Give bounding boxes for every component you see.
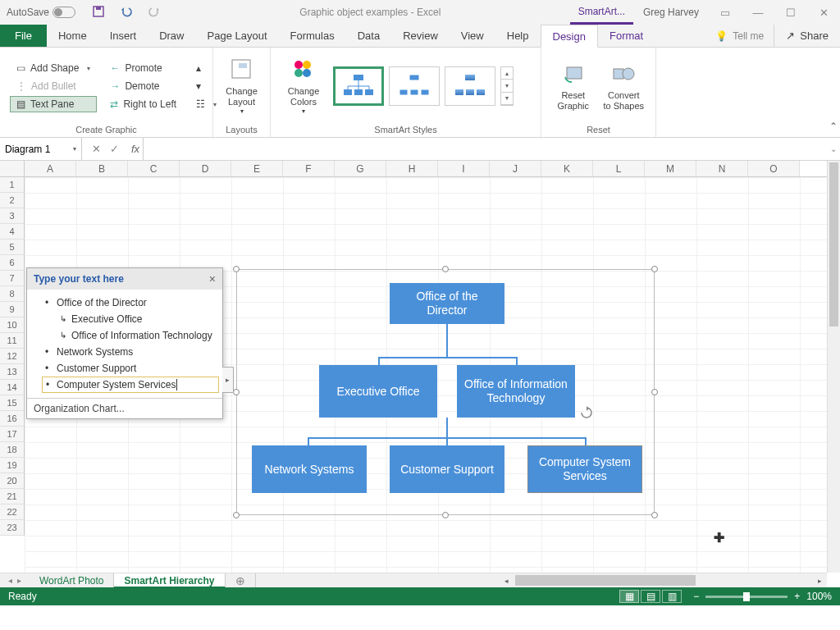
resize-handle[interactable] [233, 266, 240, 272]
column-header[interactable]: H [386, 161, 438, 176]
row-header[interactable]: 15 [0, 395, 25, 411]
row-header[interactable]: 19 [0, 458, 25, 473]
tab-help[interactable]: Help [495, 25, 541, 47]
resize-handle[interactable] [442, 512, 449, 518]
row-header[interactable]: 12 [0, 349, 25, 364]
tab-data[interactable]: Data [346, 25, 391, 47]
add-shape-button[interactable]: ▭Add Shape▾ [10, 60, 97, 76]
column-header[interactable]: G [335, 161, 386, 176]
close-icon[interactable]: ✕ [807, 7, 840, 19]
tab-format[interactable]: Format [598, 25, 655, 47]
scroll-left-icon[interactable]: ◂ [499, 573, 514, 587]
change-colors-button[interactable]: Change Colors▾ [277, 57, 330, 116]
autosave-switch-off[interactable] [52, 7, 75, 18]
row-header[interactable]: 8 [0, 286, 25, 302]
view-page-layout-icon[interactable]: ▤ [641, 590, 660, 603]
row-header[interactable]: 10 [0, 317, 25, 333]
user-name[interactable]: Greg Harvey [633, 7, 709, 18]
right-to-left-button[interactable]: ⇄Right to Left [103, 96, 183, 112]
row-header[interactable]: 1 [0, 177, 25, 193]
column-header[interactable]: K [541, 161, 593, 176]
zoom-out-button[interactable]: − [693, 591, 699, 602]
style-thumb-2[interactable] [389, 66, 440, 106]
scrollbar-thumb[interactable] [515, 575, 696, 586]
resize-handle[interactable] [651, 266, 658, 272]
sheet-nav[interactable]: ◂▸ [0, 576, 30, 585]
column-header[interactable]: D [180, 161, 231, 176]
contextual-tab-label[interactable]: SmartArt... [570, 0, 633, 25]
collapse-ribbon-icon[interactable]: ⌃ [827, 48, 840, 137]
text-pane-item[interactable]: Executive Office [57, 311, 219, 327]
node-cust[interactable]: Customer Support [390, 445, 504, 493]
redo-icon[interactable] [148, 5, 161, 21]
formula-input[interactable] [143, 138, 827, 160]
smartart-frame[interactable]: Office of the Director Executive Office … [236, 269, 655, 515]
node-net[interactable]: Network Systems [252, 445, 367, 493]
row-header[interactable]: 2 [0, 193, 25, 208]
view-normal-icon[interactable]: ▦ [619, 590, 639, 603]
column-header[interactable]: O [748, 161, 800, 176]
chevron-down-icon[interactable]: ▾ [87, 65, 90, 72]
row-header[interactable]: 18 [0, 442, 25, 458]
style-thumb-3[interactable] [445, 66, 495, 106]
expand-formula-bar-icon[interactable]: ⌄ [827, 138, 840, 160]
text-pane-item[interactable]: Office of Information Technology [57, 327, 219, 344]
row-header[interactable]: 4 [0, 224, 25, 240]
row-header[interactable]: 17 [0, 427, 25, 442]
text-pane-item[interactable]: Computer System Services [42, 377, 219, 393]
zoom-slider[interactable] [705, 596, 788, 598]
enter-formula-icon[interactable]: ✓ [105, 143, 123, 155]
row-header[interactable]: 21 [0, 489, 25, 504]
node-css-selected[interactable]: Computer System Services [527, 445, 642, 493]
column-header[interactable]: F [283, 161, 335, 176]
name-box[interactable]: Diagram 1▾ [0, 138, 82, 160]
tab-file[interactable]: File [0, 25, 47, 47]
scroll-up-icon[interactable]: ▴ [501, 67, 513, 80]
column-header[interactable]: A [25, 161, 76, 176]
autosave-toggle[interactable]: AutoSave [0, 7, 82, 18]
sheet-tab-smartart[interactable]: SmartArt Hierarchy [114, 573, 225, 588]
tab-insert[interactable]: Insert [98, 25, 148, 47]
text-pane-body[interactable]: Office of the DirectorExecutive OfficeOf… [27, 290, 222, 398]
row-header[interactable]: 6 [0, 255, 25, 271]
sheet-tab-wordart[interactable]: WordArt Photo [30, 573, 114, 588]
row-header[interactable]: 5 [0, 240, 25, 255]
node-root[interactable]: Office of the Director [390, 283, 504, 324]
resize-handle[interactable] [651, 512, 658, 518]
zoom-slider-thumb[interactable] [743, 592, 750, 601]
row-header[interactable]: 23 [0, 520, 25, 536]
column-header[interactable]: E [231, 161, 283, 176]
row-header[interactable]: 3 [0, 208, 25, 224]
change-layout-button[interactable]: Change Layout▾ [220, 57, 263, 116]
text-pane-item[interactable]: Office of the Director [42, 294, 219, 311]
text-pane-item[interactable]: Customer Support [42, 360, 219, 377]
promote-button[interactable]: ←Promote [103, 60, 183, 76]
tab-page-layout[interactable]: Page Layout [196, 25, 279, 47]
text-pane-item[interactable]: Network Systems [42, 344, 219, 360]
tab-formulas[interactable]: Formulas [279, 25, 346, 47]
row-header[interactable]: 7 [0, 271, 25, 286]
row-header[interactable]: 13 [0, 364, 25, 380]
scroll-more-icon[interactable]: ▾ [501, 93, 513, 105]
row-header[interactable]: 9 [0, 302, 25, 317]
cells-area[interactable]: Office of the Director Executive Office … [25, 177, 827, 573]
sheet-nav-prev-icon[interactable]: ◂ [8, 576, 12, 585]
row-header[interactable]: 22 [0, 504, 25, 520]
tell-me-search[interactable]: 💡Tell me [705, 25, 774, 47]
row-header[interactable]: 20 [0, 473, 25, 489]
view-page-break-icon[interactable]: ▥ [662, 590, 682, 603]
column-header[interactable]: B [76, 161, 128, 176]
column-header[interactable]: I [438, 161, 490, 176]
add-sheet-button[interactable]: ⊕ [226, 573, 256, 588]
tab-review[interactable]: Review [391, 25, 450, 47]
select-all-button[interactable] [0, 161, 25, 177]
styles-scroll[interactable]: ▴▾▾ [500, 66, 514, 106]
ribbon-display-icon[interactable]: ▭ [709, 7, 742, 19]
undo-icon[interactable] [120, 5, 133, 21]
text-pane[interactable]: Type your text here× Office of the Direc… [26, 267, 223, 419]
row-header[interactable]: 16 [0, 411, 25, 427]
minimize-icon[interactable]: — [742, 7, 774, 19]
tab-draw[interactable]: Draw [148, 25, 195, 47]
node-exec[interactable]: Executive Office [319, 365, 437, 418]
scroll-right-icon[interactable]: ▸ [812, 573, 827, 587]
